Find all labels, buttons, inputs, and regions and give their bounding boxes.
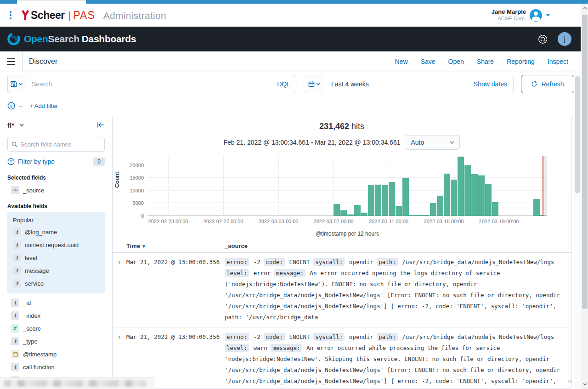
inner-scrollbar[interactable] [574, 73, 581, 389]
histogram-bar[interactable] [492, 202, 498, 216]
histogram-bar[interactable] [368, 185, 374, 216]
kebab-menu-icon[interactable] [0, 11, 21, 19]
interval-select[interactable]: Auto [405, 135, 460, 150]
histogram-bar[interactable] [464, 165, 471, 216]
field-item-context.request.uuid[interactable]: tcontext.request.uuid [9, 238, 103, 251]
histogram-bar[interactable] [334, 204, 340, 216]
chevron-down-icon[interactable] [546, 14, 550, 17]
filter-count-badge: 0 [93, 158, 105, 166]
dql-button[interactable]: DQL [272, 80, 290, 88]
field-item-message[interactable]: tmessage [9, 264, 103, 277]
browser-scrollbar[interactable] [581, 4, 588, 389]
sort-desc-icon[interactable]: ▼ [141, 244, 146, 249]
collapse-sidebar-icon[interactable] [97, 122, 105, 128]
nav-action-save[interactable]: Save [421, 58, 435, 65]
user-avatar-icon[interactable] [530, 9, 542, 22]
field-item-_index[interactable]: t_index [7, 309, 105, 322]
field-name: @log_name [25, 229, 57, 236]
histogram-bar[interactable] [375, 185, 381, 216]
opensearch-logo: OpenSearchDashboards [7, 33, 136, 45]
histogram-bar[interactable] [354, 205, 361, 216]
index-pattern-selector[interactable]: fl* [7, 121, 14, 129]
histogram-bar[interactable] [478, 175, 485, 216]
histogram-bar[interactable] [458, 157, 464, 216]
histogram-plot[interactable] [147, 156, 547, 216]
field-type-t-icon: t [11, 363, 19, 371]
field-key-chip: level: [225, 269, 249, 277]
nav-action-share[interactable]: Share [477, 58, 494, 65]
x-tick-label: 2022-02-23 00:00 [148, 219, 188, 224]
field-item-_score[interactable]: #_score [7, 322, 105, 335]
selected-fields-heading: Selected fields [7, 175, 105, 181]
hits-count: 231,462 hits [113, 122, 571, 131]
histogram-bar[interactable] [444, 174, 450, 216]
field-item-level[interactable]: tlevel [9, 251, 103, 264]
menu-icon[interactable] [0, 51, 23, 72]
search-input[interactable] [32, 80, 272, 88]
field-type-date-icon [11, 350, 19, 358]
browser-scrollbar-thumb[interactable] [582, 15, 588, 309]
refresh-button[interactable]: Refresh [521, 75, 574, 93]
nav-action-reporting[interactable]: Reporting [507, 58, 535, 65]
histogram-bar[interactable] [485, 184, 492, 216]
histogram-bar[interactable] [451, 180, 457, 216]
content: fl* [0, 114, 581, 389]
histogram-bar[interactable] [361, 213, 368, 216]
nav-action-open[interactable]: Open [448, 58, 464, 65]
filter-by-type-icon [7, 158, 15, 165]
field-item-service[interactable]: tservice [9, 277, 103, 290]
scroll-down-icon[interactable] [581, 381, 588, 388]
histogram-bar[interactable] [382, 185, 388, 216]
filter-icon[interactable] [7, 102, 15, 110]
nav-action-inspect[interactable]: Inspect [548, 58, 568, 65]
row-source: errno: -2 code: ENOENT syscall: opendir … [225, 332, 571, 389]
histogram-bar[interactable] [533, 199, 540, 216]
field-item-_type[interactable]: t_type [7, 335, 105, 348]
field-item-@timestamp[interactable]: @timestamp [7, 348, 105, 361]
histogram-bar[interactable] [430, 203, 436, 216]
time-column-header[interactable]: Time▼ [126, 242, 225, 249]
filter-bar: – + Add filter [0, 97, 581, 114]
y-tick-label: 15000 [130, 175, 144, 180]
search-icon [11, 141, 17, 147]
available-fields-list: t_idt_index#_scoret_type@timestamptcall.… [7, 296, 105, 389]
time-range-value[interactable]: Last 4 weeks [325, 80, 369, 88]
histogram-bar[interactable] [396, 206, 402, 216]
show-dates-button[interactable]: Show dates [474, 80, 513, 88]
osd-avatar[interactable]: j [558, 32, 571, 46]
histogram-bar[interactable] [347, 214, 354, 216]
histogram-bar[interactable] [409, 215, 416, 216]
field-key-chip: code: [264, 333, 285, 341]
calendar-button[interactable] [304, 75, 325, 93]
histogram-bar[interactable] [423, 215, 430, 216]
chevron-down-icon[interactable] [19, 122, 24, 128]
nav-action-new[interactable]: New [395, 58, 408, 65]
add-filter-button[interactable]: + Add filter [29, 102, 58, 109]
histogram-bar[interactable] [416, 215, 423, 216]
field-type-t-icon: t [11, 299, 19, 307]
field-item-_source[interactable]: </>_source [7, 184, 105, 197]
gridline [147, 165, 547, 165]
filter-by-type-button[interactable]: Filter by type [18, 158, 55, 165]
scroll-up-icon[interactable] [581, 5, 588, 12]
expand-row-icon[interactable]: › [113, 257, 126, 323]
histogram-bar[interactable] [389, 182, 395, 216]
field-item-_id[interactable]: t_id [7, 296, 105, 309]
chart-time-range: Feb 21, 2022 @ 13:00:34.661 - Mar 21, 20… [224, 139, 401, 146]
field-name: message [25, 267, 49, 274]
field-name: call.function [23, 364, 55, 371]
user-menu[interactable]: Jane Marple ACME Corp. [492, 8, 588, 22]
histogram-bar[interactable] [340, 210, 347, 216]
field-search-input[interactable] [20, 141, 101, 148]
field-key-chip: code: [264, 258, 285, 266]
help-icon[interactable] [538, 34, 548, 44]
field-item-call.function[interactable]: tcall.function [7, 361, 105, 373]
histogram-bar[interactable] [471, 174, 478, 216]
x-tick-label: 2022-03-15 00:00 [424, 219, 464, 224]
inner-scrollbar-thumb[interactable] [575, 76, 580, 193]
redacted-status-bar [0, 378, 155, 389]
saved-query-button[interactable] [7, 75, 26, 93]
field-item-@log_name[interactable]: t@log_name [9, 226, 103, 238]
histogram-bar[interactable] [437, 196, 443, 216]
histogram-bar[interactable] [402, 178, 409, 216]
